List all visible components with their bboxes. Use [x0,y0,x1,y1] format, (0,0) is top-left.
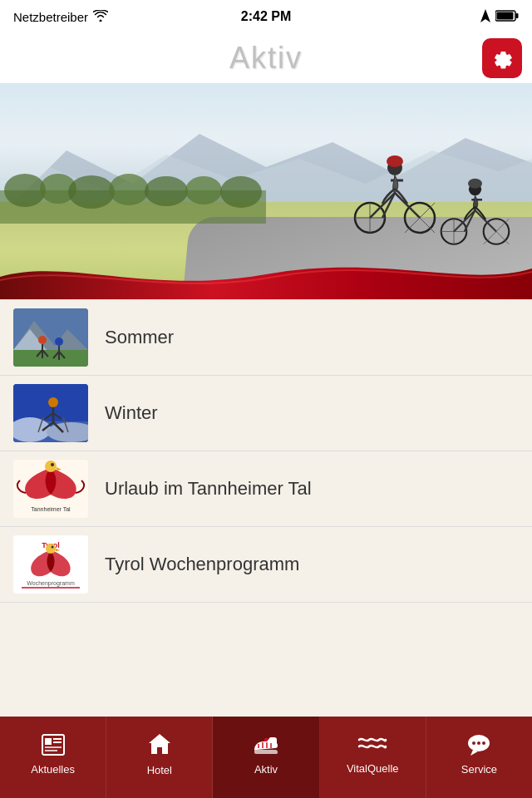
sommer-label: Sommer [105,327,174,348]
chat-icon [466,733,491,760]
svg-line-21 [382,193,395,218]
list-item-tannheimer[interactable]: Tannheimer Tal Urlaub im Tannheimer Tal [0,451,532,527]
svg-rect-42 [13,350,88,367]
thumb-tannheimer: Tannheimer Tal [13,460,88,518]
svg-point-38 [468,179,482,189]
wave-icon [357,733,387,758]
cyclist-1 [353,147,436,239]
svg-point-8 [68,175,115,209]
cyclist-2 [440,169,510,252]
svg-point-11 [185,176,222,204]
svg-point-9 [109,174,149,205]
tab-hotel-label: Hotel [147,764,172,776]
page-title: Aktiv [229,41,303,76]
gps-icon [480,9,490,25]
thumb-tyrol: Tyrol Wochenprogramm [13,535,88,594]
svg-rect-2 [497,12,514,19]
tyrol-label: Tyrol Wochenprogramm [105,554,299,575]
svg-point-70 [52,546,54,549]
svg-rect-74 [45,738,52,745]
svg-marker-79 [149,734,170,754]
wifi-icon [93,10,108,24]
tab-vitalquelle[interactable]: VitalQuelle [320,717,426,798]
svg-rect-1 [516,13,519,18]
hero-image [0,83,532,299]
tab-aktuelles[interactable]: Aktuelles [0,717,106,798]
tannheimer-label: Urlaub im Tannheimer Tal [105,478,312,500]
svg-point-87 [477,741,480,745]
svg-point-47 [55,337,63,346]
status-bar: Netzbetreiber 2:42 PM [0,0,532,33]
svg-point-88 [482,741,485,745]
tab-aktiv[interactable]: Aktiv [213,717,319,798]
svg-point-10 [145,176,188,206]
svg-line-34 [465,210,475,232]
svg-point-25 [387,155,403,167]
tab-aktiv-label: Aktiv [254,763,278,776]
svg-point-69 [46,544,56,554]
tab-bar: Aktuelles Hotel Aktiv [0,717,532,798]
svg-text:Tannheimer Tal: Tannheimer Tal [31,506,71,512]
list-item-tyrol[interactable]: Tyrol Wochenprogramm Tyrol Wochenprogram… [0,527,532,603]
svg-line-33 [475,210,497,232]
svg-text:Wochenprogramm: Wochenprogramm [27,580,75,587]
svg-point-64 [45,461,57,472]
svg-point-6 [4,174,46,207]
shoe-icon [252,733,280,760]
list-section: Sommer [0,299,532,603]
house-icon [147,732,172,761]
status-right [480,9,519,25]
newspaper-icon [41,733,66,760]
carrier-label: Netzbetreiber [13,10,88,24]
svg-point-43 [38,336,47,344]
thumb-sommer [13,308,88,367]
hero-trees [0,174,266,224]
svg-line-20 [395,193,420,218]
hero-wave [0,254,532,299]
list-item-sommer[interactable]: Sommer [0,299,532,376]
battery-icon [495,10,519,24]
tab-aktuelles-label: Aktuelles [31,763,75,776]
status-left: Netzbetreiber [13,10,108,24]
svg-point-86 [472,741,475,745]
header: Aktiv [0,33,532,83]
time-display: 2:42 PM [241,9,291,24]
svg-point-65 [51,463,54,466]
settings-button[interactable] [482,38,522,78]
svg-point-12 [220,176,262,208]
list-item-winter[interactable]: Winter [0,376,532,451]
svg-point-55 [48,397,58,407]
tab-service-label: Service [461,763,497,776]
tab-vitalquelle-label: VitalQuelle [347,762,399,775]
tab-hotel[interactable]: Hotel [106,717,213,798]
svg-line-32 [454,210,475,232]
winter-label: Winter [105,402,158,424]
tab-service[interactable]: Service [426,717,532,798]
svg-line-19 [370,193,395,218]
thumb-winter [13,384,88,442]
